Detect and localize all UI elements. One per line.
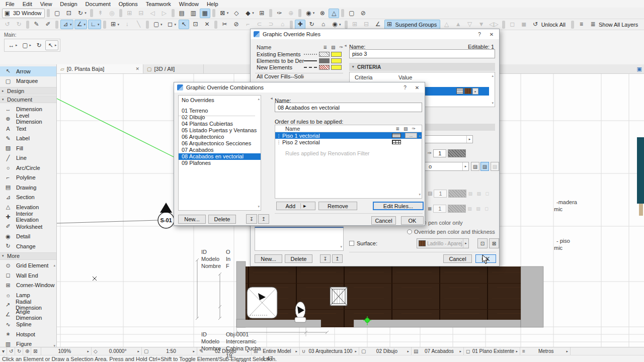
favorites-icon[interactable]: ⊞ — [257, 9, 267, 18]
undo-icon[interactable]: ↺ — [2, 20, 13, 29]
rule-piso-1-vectorial[interactable]: ⋮Piso 1 vectorial... — [275, 132, 422, 139]
help-button[interactable]: ? — [475, 32, 484, 37]
drag-icon[interactable]: ✚ — [295, 20, 305, 29]
show-all-layers-button[interactable]: ≣Show All Layers — [588, 20, 641, 29]
toolbox-group-more[interactable]: ▾More — [0, 252, 56, 260]
rule-existing-elements[interactable]: Existing Elements — [255, 51, 343, 57]
tool-wall-end[interactable]: ◻Wall End — [0, 270, 56, 281]
close-tab-icon[interactable]: ✕ — [135, 66, 139, 71]
rule-all-cover-fills[interactable]: All Cover Fills--Solid Backgr — [255, 73, 343, 79]
dropdown-arrow-icon[interactable]: ▾ — [84, 23, 86, 27]
transfer-settings-icon[interactable]: ◆▾ — [243, 9, 256, 18]
criteria-section-header[interactable]: ▾CRITERIA — [349, 63, 495, 71]
scroll-down-icon[interactable]: ▾ — [419, 193, 421, 197]
fillet-icon[interactable]: ⊃ — [266, 20, 276, 29]
dropdown-arrow-icon[interactable]: ▸ — [55, 43, 57, 47]
drag-handle-icon[interactable]: ⋮ — [275, 140, 282, 145]
toolbar-icon[interactable] — [26, 21, 29, 29]
suspend-groups-button[interactable]: ⊞Suspend Groups — [384, 20, 441, 29]
toolbar-icon[interactable] — [502, 21, 505, 29]
split-icon[interactable]: ⊘ — [231, 20, 242, 29]
toolbar-icon[interactable] — [146, 21, 149, 29]
dropdown-arrow-icon[interactable]: ▾ — [227, 11, 229, 15]
remove-rule-button[interactable]: Remove — [318, 202, 357, 210]
tool-corner-window[interactable]: ⊞Corner-Window — [0, 281, 56, 291]
dropdown-arrow-icon[interactable]: ▸ — [137, 349, 139, 353]
value-picker-button[interactable]: ▸ — [472, 88, 478, 95]
dropdown-arrow-icon[interactable]: ▸ — [355, 349, 357, 353]
plane-selector-icon[interactable]: ▢▾ — [151, 20, 164, 29]
toolbar-icon[interactable] — [90, 9, 93, 17]
ok-button[interactable]: OK — [401, 216, 424, 225]
pen-override-row[interactable]: ✑1 — [428, 149, 466, 157]
fill-pen-row[interactable]: ▨1▨ ▨ ◻ — [428, 189, 491, 198]
toolbar-icon[interactable] — [345, 21, 348, 29]
tool-level-dimension[interactable]: ⊕Level Dimension — [0, 114, 56, 124]
tool-text[interactable]: AText — [0, 124, 56, 134]
combo-02-dibujo[interactable]: 02 Dibujo — [179, 114, 261, 121]
dropdown-arrow-icon[interactable]: ▸ — [462, 162, 468, 170]
working-units-select[interactable]: ≡Metros▸ — [520, 347, 571, 355]
tool-marquee[interactable]: ▢Marquee — [0, 76, 56, 86]
nav-fit-icon[interactable]: ⊠ — [31, 347, 41, 355]
tool-interior-elevation[interactable]: ✚Interior Elevation — [0, 212, 56, 222]
graphic-override-select[interactable]: ▤07 Acabados▸ — [412, 347, 464, 355]
scroll-down-icon[interactable]: ▾ — [258, 205, 260, 209]
cancel-selection-icon[interactable]: ✕ — [202, 20, 212, 29]
inject-settings-icon[interactable]: ✐ — [43, 20, 53, 29]
collapse-panel-icon[interactable]: ◄ — [344, 44, 347, 47]
trim-icon[interactable]: ✂ — [219, 20, 230, 29]
combo-09-plafones[interactable]: 09 Plafones — [179, 160, 261, 166]
surface-settings-button[interactable]: ⊠ — [489, 238, 499, 248]
toolbar-icon[interactable] — [571, 21, 574, 29]
explore-icon[interactable]: ◎ — [107, 9, 117, 18]
combo-06-arquitectonico-secciones[interactable]: 06 Arquitectonico Secciones — [179, 140, 261, 147]
combo-05-listado-puertas[interactable]: 05 Listado Puertas y Ventanas — [179, 127, 261, 134]
help-button[interactable]: ? — [400, 85, 410, 90]
tool-detail[interactable]: ◉Detail — [0, 232, 56, 242]
tool-change[interactable]: ↻Change — [0, 241, 56, 251]
group-icon[interactable]: △ — [441, 20, 452, 29]
inject-parameters-icon[interactable]: ✑ — [274, 9, 285, 18]
surface-material-dropdown[interactable]: Ladrillo - Aparej... ▸ — [417, 238, 469, 248]
gravity-icon[interactable]: ↓ — [122, 20, 132, 29]
fill-foreground-icon[interactable]: ▨ — [471, 162, 479, 171]
tool-label[interactable]: ✎Label — [0, 134, 56, 144]
paste-icon[interactable]: ▥ — [188, 9, 199, 18]
rules-bottom-list[interactable]: ▾ — [255, 227, 344, 251]
offset-icon[interactable]: ⌂ — [277, 20, 288, 29]
scroll-down-icon[interactable]: ▾ — [340, 245, 342, 249]
collapse-panel-icon[interactable]: ◄ — [270, 97, 273, 100]
scroll-up-icon[interactable]: ▴ — [53, 263, 55, 267]
cancel-button[interactable]: Cancel — [443, 254, 472, 263]
link-icon[interactable]: ⊗ — [317, 9, 328, 18]
toolbox-group-design[interactable]: ▸Design — [0, 87, 56, 95]
eyedropper-icon[interactable]: ◇ — [231, 9, 242, 18]
rule-piso-2-vectorial[interactable]: ⋮Piso 2 vectorial — [275, 139, 422, 145]
toolbox-group-document[interactable]: ▾Document — [0, 96, 56, 103]
combo-07-acabados[interactable]: 07 Acabados — [179, 147, 261, 153]
nav-pan-icon[interactable]: ↻ — [15, 347, 23, 355]
dimension-style-select[interactable]: ∪03 Arquitectura 100▸ — [300, 347, 359, 355]
menu-edit[interactable]: Edit — [19, 1, 36, 7]
lock-icon[interactable]: ◻ — [507, 20, 518, 29]
dropdown-arrow-icon[interactable]: ▸ — [300, 203, 306, 209]
applied-rules-list[interactable]: Name ≣▨✑ ⋮Piso 1 vectorial...⋮Piso 2 vec… — [275, 125, 422, 199]
import-combination-icon[interactable]: ↧ — [246, 214, 257, 224]
scroll-up-icon[interactable]: ▴ — [258, 97, 260, 101]
tab-3d-all[interactable]: ▢[3D / All] — [143, 64, 204, 73]
zoom-level-select[interactable]: 109%▸ — [41, 347, 92, 355]
dropdown-arrow-icon[interactable]: ▸ — [407, 349, 409, 353]
delete-rule-button[interactable]: Delete — [285, 254, 312, 263]
axonometry-icon[interactable]: ⊡ — [63, 9, 74, 18]
orientation-select[interactable]: ◇0.0000°▸ — [92, 347, 142, 355]
mirror-icon[interactable]: ⌂ — [318, 20, 329, 29]
mini-arrow-icon[interactable]: ↖▸ — [45, 40, 58, 50]
orbit-icon[interactable]: ↻▾ — [75, 9, 88, 18]
unlock-icon[interactable]: ◼ — [519, 20, 529, 29]
combo-04-plantas-cubiertas[interactable]: 04 Plantas Cubiertas — [179, 121, 261, 127]
stretch-icon[interactable]: ⊟ — [361, 20, 372, 29]
magic-wand-icon[interactable]: ╲ — [133, 20, 144, 29]
dropdown-arrow-icon[interactable]: ▾ — [339, 23, 341, 27]
menu-help[interactable]: Help — [203, 1, 222, 7]
